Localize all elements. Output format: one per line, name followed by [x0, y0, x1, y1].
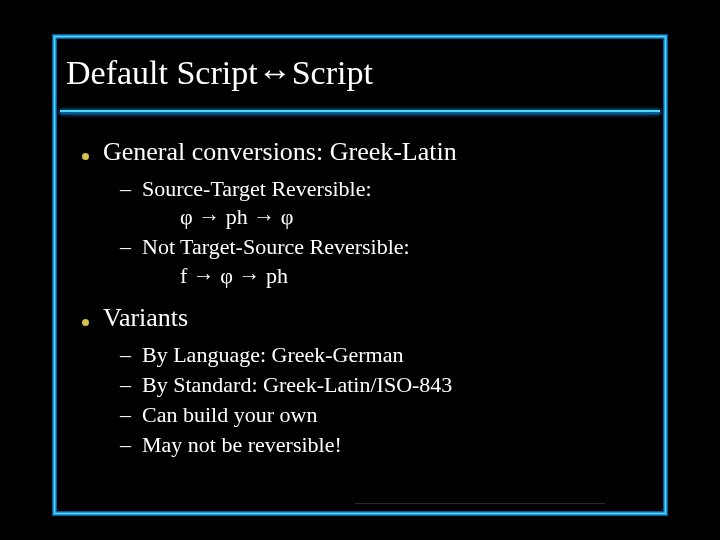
footer-separator	[355, 503, 605, 504]
sub-item-label: Not Target-Source Reversible: f → φ → ph	[142, 233, 410, 289]
dash-icon: –	[120, 431, 132, 459]
slide-title: Default Script↔Script	[66, 54, 664, 92]
list-item-label: General conversions: Greek-Latin	[103, 134, 457, 169]
sub-item-detail: φ → ph → φ	[180, 203, 372, 231]
sub-item-label: By Standard: Greek-Latin/ISO-843	[142, 371, 452, 399]
sub-list-item: – By Language: Greek-German	[120, 341, 664, 369]
list-item-label: Variants	[103, 300, 188, 335]
sub-list-item: – Source-Target Reversible: φ → ph → φ	[120, 175, 664, 231]
sub-list: – By Language: Greek-German – By Standar…	[120, 341, 664, 460]
sub-list: – Source-Target Reversible: φ → ph → φ –…	[120, 175, 664, 290]
sub-item-label: Source-Target Reversible: φ → ph → φ	[142, 175, 372, 231]
bullet-list: General conversions: Greek-Latin – Sourc…	[82, 134, 664, 459]
bullet-icon	[82, 153, 89, 160]
dash-icon: –	[120, 371, 132, 399]
dash-icon: –	[120, 233, 132, 261]
dash-icon: –	[120, 341, 132, 369]
sub-item-label: Can build your own	[142, 401, 317, 429]
bullet-icon	[82, 319, 89, 326]
list-item: Variants – By Language: Greek-German – B…	[82, 300, 664, 460]
sub-item-label: By Language: Greek-German	[142, 341, 403, 369]
slide: Default Script↔Script General conversion…	[0, 0, 720, 540]
list-item: General conversions: Greek-Latin – Sourc…	[82, 134, 664, 290]
title-underline	[60, 110, 660, 114]
sub-item-detail: f → φ → ph	[180, 262, 410, 290]
dash-icon: –	[120, 401, 132, 429]
sub-item-label: May not be reversible!	[142, 431, 342, 459]
dash-icon: –	[120, 175, 132, 203]
sub-list-item: – Can build your own	[120, 401, 664, 429]
sub-list-item: – Not Target-Source Reversible: f → φ → …	[120, 233, 664, 289]
sub-list-item: – By Standard: Greek-Latin/ISO-843	[120, 371, 664, 399]
sub-list-item: – May not be reversible!	[120, 431, 664, 459]
